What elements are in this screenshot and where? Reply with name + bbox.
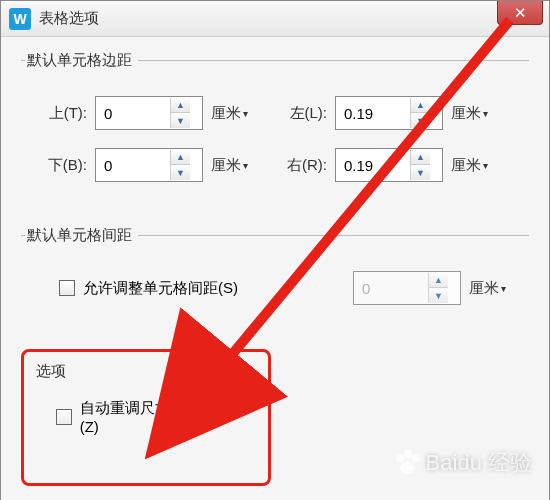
close-icon: ✕ [514,4,527,22]
checkbox-label: 允许调整单元格间距(S) [83,279,238,298]
input-top-field[interactable] [96,97,170,129]
spinner-right[interactable]: ▲▼ [410,150,430,180]
group-legend: 默认单元格间距 [25,226,138,245]
input-bottom[interactable]: ▲▼ [95,148,203,182]
chevron-down-icon: ▾ [243,160,248,171]
spinner-left[interactable]: ▲▼ [410,98,430,128]
input-left-field[interactable] [336,97,410,129]
spin-up-icon[interactable]: ▲ [410,98,430,113]
spinner-top[interactable]: ▲▼ [170,98,190,128]
unit-left[interactable]: 厘米▾ [451,104,507,123]
dialog-title: 表格选项 [39,9,99,28]
checkbox-label: 自动重调尺寸以适应内容(Z) [80,399,260,435]
app-icon: W [9,8,31,30]
input-left[interactable]: ▲▼ [335,96,443,130]
group-legend: 选项 [32,362,70,381]
chevron-down-icon: ▾ [501,283,506,294]
spin-down-icon[interactable]: ▼ [170,113,190,128]
input-right[interactable]: ▲▼ [335,148,443,182]
input-spacing-field [354,272,428,304]
spin-up-icon[interactable]: ▲ [410,150,430,165]
dialog-body: 默认单元格边距 上(T): ▲▼ 厘米▾ 左(L): ▲▼ 厘米▾ 下(B): [1,37,549,500]
spinner-bottom[interactable]: ▲▼ [170,150,190,180]
spin-down-icon: ▼ [428,288,448,303]
spin-up-icon[interactable]: ▲ [170,150,190,165]
unit-top[interactable]: 厘米▾ [211,104,267,123]
annotation-highlight-box: 选项 自动重调尺寸以适应内容(Z) [21,349,271,486]
spin-up-icon: ▲ [428,273,448,288]
input-right-field[interactable] [336,149,410,181]
input-bottom-field[interactable] [96,149,170,181]
chevron-down-icon: ▾ [483,108,488,119]
label-bottom: 下(B): [35,156,87,175]
spin-up-icon[interactable]: ▲ [170,98,190,113]
label-top: 上(T): [35,104,87,123]
spin-down-icon[interactable]: ▼ [410,113,430,128]
input-top[interactable]: ▲▼ [95,96,203,130]
spin-down-icon[interactable]: ▼ [410,165,430,180]
unit-right[interactable]: 厘米▾ [451,156,507,175]
watermark: Baidu 经验 [394,448,532,478]
spin-down-icon[interactable]: ▼ [170,165,190,180]
group-options: 选项 自动重调尺寸以适应内容(Z) [32,362,260,453]
checkbox-allow-spacing[interactable]: 允许调整单元格间距(S) [59,279,238,298]
chevron-down-icon: ▾ [483,160,488,171]
group-cell-spacing: 默认单元格间距 允许调整单元格间距(S) ▲▼ 厘米▾ [21,226,529,329]
input-spacing: ▲▼ [353,271,461,305]
paw-icon [394,450,422,476]
chevron-down-icon: ▾ [243,108,248,119]
label-right: 右(R): [275,156,327,175]
checkbox-icon [56,409,72,425]
close-button[interactable]: ✕ [497,1,543,25]
spinner-spacing: ▲▼ [428,273,448,303]
group-legend: 默认单元格边距 [25,51,138,70]
group-cell-margins: 默认单元格边距 上(T): ▲▼ 厘米▾ 左(L): ▲▼ 厘米▾ 下(B): [21,51,529,206]
label-left: 左(L): [275,104,327,123]
checkbox-icon [59,280,75,296]
unit-bottom[interactable]: 厘米▾ [211,156,267,175]
checkbox-autofit[interactable]: 自动重调尺寸以适应内容(Z) [56,399,260,435]
unit-spacing: 厘米▾ [469,279,525,298]
watermark-text: Baidu 经验 [426,448,532,478]
titlebar[interactable]: W 表格选项 ✕ [1,1,549,37]
dialog-window: W 表格选项 ✕ 默认单元格边距 上(T): ▲▼ 厘米▾ 左(L): ▲▼ 厘… [0,0,550,500]
